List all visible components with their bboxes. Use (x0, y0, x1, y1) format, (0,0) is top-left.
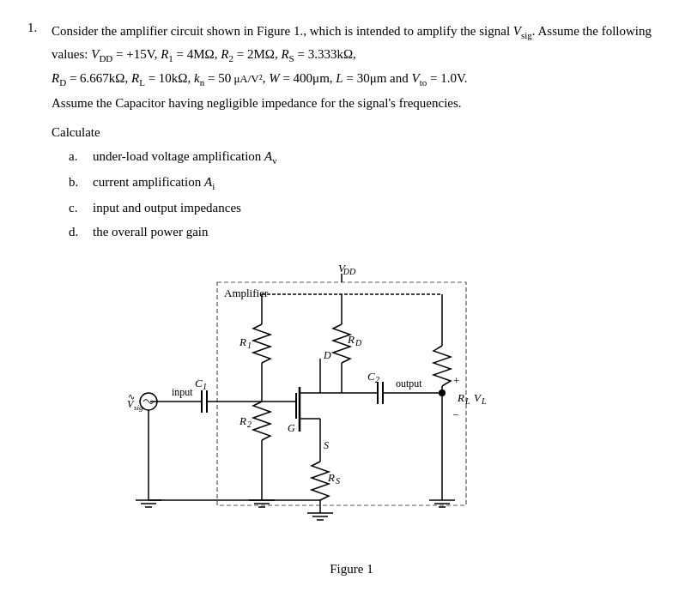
r1-var: R (161, 47, 168, 61)
problem-number-row: 1. Consider the amplifier circuit shown … (27, 21, 652, 579)
vsig-sub: sig (521, 30, 532, 40)
r1-label: R (239, 335, 246, 348)
vsig-label-sub: sig (134, 403, 143, 412)
item-d-text: the overall power gain (93, 220, 209, 245)
r2-label-sub: 2 (247, 420, 252, 429)
r1-label-sub: 1 (247, 341, 252, 350)
unit-ua-v2: μA/V² (231, 72, 263, 85)
output-text: output (396, 377, 422, 390)
circuit-diagram: V DD Amplifier R 1 (124, 260, 579, 552)
rl-sub: L (139, 77, 145, 88)
vl-label-sub: L (481, 396, 487, 406)
rd-var: R (52, 71, 59, 85)
rl-label: R (457, 391, 464, 404)
label-c: c. (69, 196, 86, 220)
rd-sub: D (59, 77, 66, 88)
label-b: b. (69, 170, 86, 196)
figure-label: Figure 1 (330, 559, 373, 579)
c1-label: C (195, 377, 203, 390)
rs-resistor (312, 462, 329, 500)
s-label: S (324, 439, 329, 451)
label-a: a. (69, 144, 86, 170)
rs-sub: S (289, 53, 294, 63)
vsig-var: V (513, 24, 521, 38)
c2-label-sub: 2 (375, 375, 379, 384)
vto-var: V (412, 71, 420, 85)
rl-resistor (433, 346, 451, 386)
vsig-squiggle: ∿ (128, 392, 135, 402)
circuit-container: V DD Amplifier R 1 (52, 260, 652, 579)
item-c-text: input and output impedances (93, 196, 241, 220)
kn-var: k (194, 71, 200, 85)
sub-items-list: a. under-load voltage amplification Av b… (69, 144, 652, 245)
rl-label-sub: L (464, 396, 470, 406)
problem-text: Consider the amplifier circuit shown in … (52, 21, 652, 579)
plus-sign: + (453, 374, 459, 387)
kn-sub: n (200, 77, 205, 88)
rs-var: R (281, 47, 288, 61)
minus-sign: − (452, 408, 458, 421)
calculate-label: Calculate (52, 122, 652, 142)
item-d: d. the overall power gain (69, 220, 652, 245)
rd-label: R (347, 333, 355, 346)
problem-number: 1. (27, 21, 45, 35)
r2-label: R (239, 414, 246, 427)
rs-label-sub: S (336, 476, 340, 486)
r2-resistor (253, 402, 270, 440)
w-var: W (269, 71, 280, 85)
intro-line: Consider the amplifier circuit shown in … (52, 21, 652, 66)
d-label: D (323, 349, 331, 361)
item-a: a. under-load voltage amplification Av (69, 144, 652, 170)
vdd-sub: DD (99, 53, 112, 63)
g-label: G (288, 422, 295, 434)
c1-label-sub: 1 (203, 382, 207, 391)
item-b-text: current amplification Ai (93, 170, 215, 196)
input-text: input (172, 386, 193, 398)
c2-label: C (367, 370, 375, 383)
item-c: c. input and output impedances (69, 196, 652, 220)
item-b: b. current amplification Ai (69, 170, 652, 196)
vto-sub: to (420, 77, 427, 88)
label-d: d. (69, 220, 86, 245)
rs-label: R (327, 471, 335, 484)
rl-var: R (131, 71, 139, 85)
r1-sub: 1 (168, 53, 173, 63)
item-a-text: under-load voltage amplification Av (93, 144, 277, 170)
problem-container: 1. Consider the amplifier circuit shown … (27, 21, 652, 579)
l-var: L (336, 71, 343, 85)
r1-resistor (253, 324, 270, 363)
capacitor-line: Assume the Capacitor having negligible i… (52, 93, 652, 113)
vdd-sub-label: DD (342, 267, 355, 276)
rd-label-sub: D (355, 338, 362, 347)
values-line2: RD = 6.667kΩ, RL = 10kΩ, kn = 50 μA/V², … (52, 68, 652, 91)
r2-sub: 2 (228, 53, 233, 63)
